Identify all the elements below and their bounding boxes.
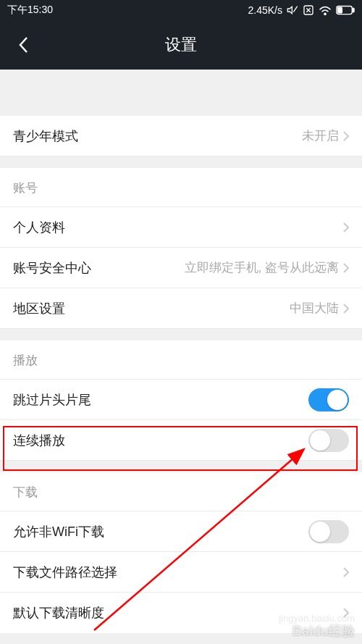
- download-path-label: 下载文件路径选择: [13, 564, 117, 581]
- row-skip-intro: 跳过片头片尾: [0, 380, 362, 420]
- svg-rect-7: [338, 7, 342, 12]
- mute-icon: [287, 4, 298, 16]
- battery-icon: [336, 5, 355, 15]
- section-header-download: 下载: [0, 472, 362, 511]
- youth-mode-label: 青少年模式: [13, 127, 78, 145]
- toggle-knob: [310, 522, 330, 542]
- watermark: Baidu经验: [292, 622, 355, 640]
- youth-mode-value: 未开启: [302, 127, 349, 144]
- row-non-wifi-download: 允许非WiFi下载: [0, 511, 362, 552]
- default-quality-label: 默认下载清晰度: [13, 604, 104, 622]
- download-path-chevron: [342, 567, 349, 577]
- spacer: [0, 329, 362, 340]
- row-download-path[interactable]: 下载文件路径选择: [0, 552, 362, 593]
- row-profile[interactable]: 个人资料: [0, 207, 362, 248]
- status-bar: 下午15:30 2.45K/s: [0, 0, 362, 20]
- network-speed: 2.45K/s: [248, 4, 282, 16]
- svg-rect-6: [353, 8, 354, 12]
- chevron-right-icon: [343, 304, 349, 314]
- row-youth-mode[interactable]: 青少年模式 未开启: [0, 116, 362, 156]
- page-title: 设置: [165, 34, 197, 56]
- security-label: 账号安全中心: [13, 259, 91, 277]
- header: 设置: [0, 20, 362, 70]
- region-label: 地区设置: [13, 300, 65, 317]
- svg-line-0: [293, 7, 297, 12]
- back-button[interactable]: [13, 35, 33, 55]
- row-security[interactable]: 账号安全中心 立即绑定手机, 盗号从此远离: [0, 248, 362, 288]
- continuous-play-toggle[interactable]: [308, 429, 349, 452]
- section-header-account: 账号: [0, 168, 362, 207]
- chevron-right-icon: [343, 131, 349, 141]
- security-value: 立即绑定手机, 盗号从此远离: [185, 259, 349, 276]
- row-region[interactable]: 地区设置 中国大陆: [0, 288, 362, 329]
- status-right: 2.45K/s: [248, 4, 355, 16]
- section-header-play: 播放: [0, 340, 362, 380]
- close-box-icon: [303, 4, 314, 16]
- status-time: 下午15:30: [7, 4, 53, 17]
- region-value: 中国大陆: [290, 300, 349, 317]
- row-continuous-play: 连续播放: [0, 420, 362, 461]
- wifi-icon: [319, 5, 332, 15]
- chevron-left-icon: [18, 36, 28, 54]
- spacer: [0, 70, 362, 116]
- chevron-right-icon: [343, 263, 349, 273]
- non-wifi-download-label: 允许非WiFi下载: [13, 523, 104, 540]
- chevron-right-icon: [343, 222, 349, 233]
- profile-label: 个人资料: [13, 219, 65, 236]
- spacer: [0, 156, 362, 168]
- continuous-play-label: 连续播放: [13, 432, 65, 449]
- svg-point-4: [324, 13, 326, 14]
- toggle-knob: [327, 390, 348, 410]
- non-wifi-download-toggle[interactable]: [308, 520, 349, 543]
- chevron-right-icon: [343, 567, 349, 577]
- skip-intro-toggle[interactable]: [308, 388, 349, 411]
- skip-intro-label: 跳过片头片尾: [13, 391, 91, 409]
- profile-chevron: [342, 222, 349, 233]
- toggle-knob: [310, 430, 330, 451]
- spacer: [0, 461, 362, 472]
